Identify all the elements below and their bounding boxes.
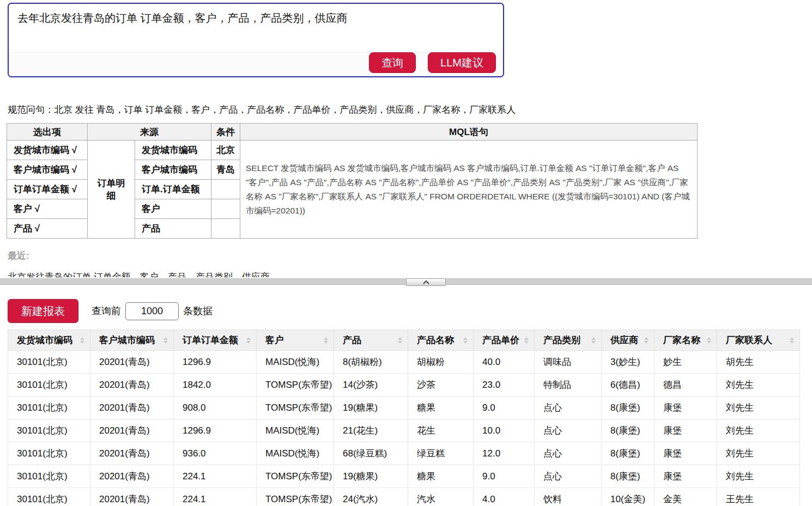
table-cell: 936.0: [174, 442, 257, 465]
collapse-button[interactable]: [406, 278, 446, 286]
source-field: 客户: [135, 199, 211, 219]
column-header[interactable]: 供应商: [602, 330, 655, 351]
table-cell: 刘先生: [717, 465, 800, 488]
parse-header-row: 选出项 来源 条件 MQL语句: [7, 124, 698, 141]
query-input-box: 去年北京发往青岛的订单 订单金额，客户，产品，产品类别，供应商 查询 LLM建议: [8, 3, 504, 77]
table-cell: 金美: [655, 488, 717, 506]
parse-header-mql: MQL语句: [240, 124, 698, 141]
mql-statement: SELECT 发货城市编码 AS 发货城市编码,客户城市编码 AS 客户城市编码…: [240, 141, 698, 239]
column-header[interactable]: 订单订单金额: [174, 330, 257, 351]
table-cell: 6(德昌): [602, 374, 655, 397]
recent-label: 最近:: [8, 249, 812, 262]
table-cell: 糖果: [408, 397, 474, 419]
source-table-name: 订单明细: [88, 141, 135, 239]
table-cell: 康堡: [655, 465, 717, 488]
table-cell: 8(胡椒粉): [334, 351, 408, 374]
sort-icon[interactable]: [163, 337, 168, 344]
table-cell: 30101(北京): [8, 351, 90, 374]
table-cell: MAISD(悦海): [257, 419, 334, 442]
table-cell: 19(糖果): [334, 397, 408, 419]
sort-icon[interactable]: [707, 337, 711, 344]
table-cell: 10(金美): [602, 488, 655, 506]
parse-header-condition: 条件: [211, 124, 240, 141]
result-table: 发货城市编码客户城市编码订单订单金额客户产品产品名称产品单价产品类别供应商厂家名…: [8, 330, 800, 506]
table-row: 30101(北京)20201(青岛)1296.9MAISD(悦海)8(胡椒粉)胡…: [8, 351, 800, 374]
table-cell: 8(康堡): [602, 397, 655, 419]
normalized-question-text: 北京 发往 青岛，订单 订单金额，客户，产品，产品名称，产品单价，产品类别，供应…: [54, 105, 516, 115]
table-cell: 30101(北京): [8, 442, 90, 465]
column-label: 产品单价: [482, 334, 519, 346]
recent-item[interactable]: 北京发往青岛的订单 订单金额，客户，产品，产品类别，供应商: [8, 271, 812, 277]
sort-icon[interactable]: [463, 337, 468, 344]
source-field: 订单.订单金额: [135, 180, 211, 199]
table-cell: 刘先生: [717, 442, 800, 465]
panel-splitter[interactable]: [0, 278, 812, 285]
parse-header-source: 来源: [88, 124, 211, 141]
result-header-row: 发货城市编码客户城市编码订单订单金额客户产品产品名称产品单价产品类别供应商厂家名…: [8, 330, 800, 351]
table-cell: TOMSP(东帝望): [257, 465, 334, 488]
column-header[interactable]: 厂家联系人: [717, 330, 800, 351]
table-cell: 4.0: [474, 488, 535, 506]
table-cell: 30101(北京): [8, 465, 90, 488]
column-header[interactable]: 产品类别: [535, 330, 602, 351]
table-cell: 30101(北京): [8, 374, 90, 397]
column-header[interactable]: 发货城市编码: [8, 330, 90, 351]
sort-icon[interactable]: [80, 337, 84, 344]
table-cell: 20201(青岛): [90, 397, 174, 419]
recent-item-text: 北京发往青岛的订单 订单金额，客户，产品，产品类别，供应商: [8, 272, 270, 277]
sort-icon[interactable]: [591, 337, 596, 344]
table-row: 30101(北京)20201(青岛)224.1TOMSP(东帝望)19(糖果)糖…: [8, 465, 800, 488]
table-cell: 刘先生: [717, 374, 800, 397]
table-cell: 68(绿豆糕): [334, 442, 408, 465]
sort-icon[interactable]: [398, 337, 402, 344]
column-label: 供应商: [610, 334, 638, 346]
condition-value: [211, 219, 240, 239]
column-header[interactable]: 客户: [257, 330, 334, 351]
table-cell: 10.0: [474, 419, 535, 442]
table-cell: 点心: [535, 397, 602, 419]
query-button[interactable]: 查询: [369, 52, 416, 73]
parse-header-selected: 选出项: [7, 124, 88, 141]
column-label: 订单订单金额: [183, 334, 238, 346]
column-label: 发货城市编码: [17, 334, 72, 346]
column-header[interactable]: 产品单价: [474, 330, 535, 351]
table-row: 30101(北京)20201(青岛)908.0TOMSP(东帝望)19(糖果)糖…: [8, 397, 800, 419]
sort-icon[interactable]: [246, 337, 251, 344]
table-cell: 9.0: [474, 397, 535, 419]
table-cell: 19(糖果): [334, 465, 408, 488]
query-textarea[interactable]: 去年北京发往青岛的订单 订单金额，客户，产品，产品类别，供应商: [9, 4, 503, 52]
column-header[interactable]: 产品名称: [408, 330, 474, 351]
sort-icon[interactable]: [790, 337, 794, 344]
selected-field: 订单订单金额 √: [7, 180, 88, 199]
table-cell: 30101(北京): [8, 419, 90, 442]
sort-icon[interactable]: [644, 337, 649, 344]
column-header[interactable]: 产品: [334, 330, 408, 351]
sort-icon[interactable]: [524, 337, 529, 344]
column-label: 客户: [265, 334, 284, 346]
limit-input[interactable]: [125, 302, 179, 320]
result-toolbar: 新建报表 查询前 条数据: [8, 299, 812, 323]
condition-value: [211, 199, 240, 219]
table-cell: 王先生: [717, 488, 800, 506]
llm-suggest-button[interactable]: LLM建议: [428, 52, 496, 73]
column-label: 产品: [343, 334, 361, 346]
new-report-button[interactable]: 新建报表: [8, 299, 78, 323]
table-cell: 康堡: [655, 397, 717, 419]
source-field: 产品: [135, 219, 211, 239]
table-cell: 点心: [535, 465, 602, 488]
condition-value: 北京: [211, 141, 240, 160]
sort-icon[interactable]: [324, 337, 328, 344]
table-cell: 妙生: [655, 351, 717, 374]
table-cell: 汽水: [408, 488, 474, 506]
table-cell: 8(康堡): [602, 442, 655, 465]
column-header[interactable]: 客户城市编码: [90, 330, 174, 351]
table-row: 30101(北京)20201(青岛)936.0MAISD(悦海)68(绿豆糕)绿…: [8, 442, 800, 465]
selected-field: 发货城市编码 √: [7, 141, 88, 160]
table-cell: 24(汽水): [334, 488, 408, 506]
table-cell: MAISD(悦海): [257, 442, 334, 465]
table-cell: 1842.0: [174, 374, 257, 397]
table-cell: 德昌: [655, 374, 717, 397]
table-cell: 3(妙生): [602, 351, 655, 374]
table-cell: 刘先生: [717, 419, 800, 442]
column-header[interactable]: 厂家名称: [655, 330, 717, 351]
